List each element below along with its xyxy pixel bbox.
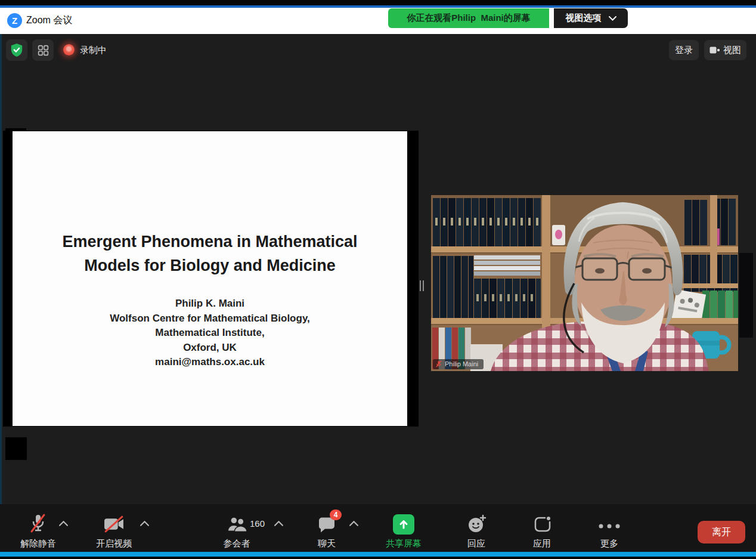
- share-arrow-icon: [398, 518, 410, 530]
- view-layout-icon: [709, 46, 720, 54]
- view-options-label: 视图选项: [566, 13, 602, 24]
- participant-name-tag: Philip Maini: [433, 359, 484, 369]
- watching-screen-text: 你正在观看Philip Maini的屏幕: [407, 13, 531, 24]
- slide-author: Philip K. Maini: [31, 297, 389, 311]
- unmute-button[interactable]: 解除静音: [20, 538, 56, 549]
- panel-divider-handle[interactable]: [420, 280, 425, 291]
- security-button[interactable]: [6, 39, 27, 61]
- title-bar: Z Zoom 会议: [0, 8, 756, 34]
- login-button[interactable]: 登录: [669, 40, 699, 60]
- muted-mic-icon: [436, 360, 442, 367]
- gallery-view-button[interactable]: [32, 39, 54, 61]
- shield-check-icon: [10, 43, 23, 57]
- share-screen-button[interactable]: [393, 514, 414, 535]
- webcam-video-image: [431, 195, 738, 371]
- start-video-button[interactable]: 开启视频: [96, 538, 132, 549]
- chevron-down-icon: [609, 16, 616, 21]
- camera-muted-icon[interactable]: [103, 515, 125, 533]
- video-strip-scrollbar[interactable]: [739, 253, 753, 338]
- chat-button[interactable]: 聊天: [318, 538, 336, 549]
- zoom-logo-icon: Z: [7, 13, 22, 28]
- reactions-button[interactable]: 回应: [467, 538, 485, 549]
- participant-name: Philip Maini: [445, 360, 478, 367]
- view-options-button[interactable]: 视图选项: [554, 8, 628, 28]
- window-left-edge: [0, 34, 2, 552]
- mic-options-chevron-icon[interactable]: [59, 521, 68, 526]
- slide-email: maini@maths.ox.ac.uk: [31, 355, 389, 370]
- chat-options-chevron-icon[interactable]: [349, 521, 358, 526]
- participants-icon[interactable]: [227, 515, 247, 533]
- participants-options-chevron-icon[interactable]: [274, 521, 283, 526]
- view-button[interactable]: 视图: [704, 40, 746, 60]
- grid-icon: [37, 44, 49, 57]
- presentation-slide: Emergent Phenomena in Mathematical Model…: [13, 131, 407, 426]
- apps-icon[interactable]: [534, 515, 551, 533]
- taskbar-strip: [0, 552, 756, 557]
- window-title: Zoom 会议: [26, 14, 72, 27]
- video-options-chevron-icon[interactable]: [140, 521, 149, 526]
- apps-button[interactable]: 应用: [533, 538, 551, 549]
- recording-label: 录制中: [80, 45, 107, 56]
- more-button[interactable]: 更多: [600, 538, 618, 549]
- window-top-strip: [0, 0, 756, 5]
- leave-button[interactable]: 离开: [698, 521, 745, 543]
- share-screen-label[interactable]: 共享屏幕: [386, 538, 422, 549]
- slide-title: Emergent Phenomena in Mathematical Model…: [37, 230, 383, 277]
- reactions-icon[interactable]: [467, 514, 487, 533]
- slide-affiliation-2: Mathematical Institute,: [31, 326, 389, 341]
- more-icon[interactable]: [599, 524, 620, 529]
- slide-author-block: Philip K. Maini Wolfson Centre for Mathe…: [31, 297, 389, 370]
- participants-button[interactable]: 参会者: [224, 538, 250, 549]
- mic-muted-icon[interactable]: [29, 513, 48, 536]
- watching-screen-banner: 你正在观看Philip Maini的屏幕: [388, 8, 549, 28]
- zoom-meeting-window: Z Zoom 会议 你正在观看Philip Maini的屏幕 视图选项 录制中 …: [0, 0, 756, 559]
- participants-count: 160: [250, 518, 265, 529]
- slide-affiliation-3: Oxford, UK: [31, 341, 389, 356]
- recording-indicator-icon: [63, 44, 75, 55]
- slide-affiliation-1: Wolfson Centre for Mathematical Biology,: [31, 311, 389, 326]
- shared-screen-artifact: [5, 437, 27, 460]
- participant-video-tile[interactable]: Philip Maini: [431, 195, 738, 371]
- chat-unread-badge: 4: [330, 509, 342, 520]
